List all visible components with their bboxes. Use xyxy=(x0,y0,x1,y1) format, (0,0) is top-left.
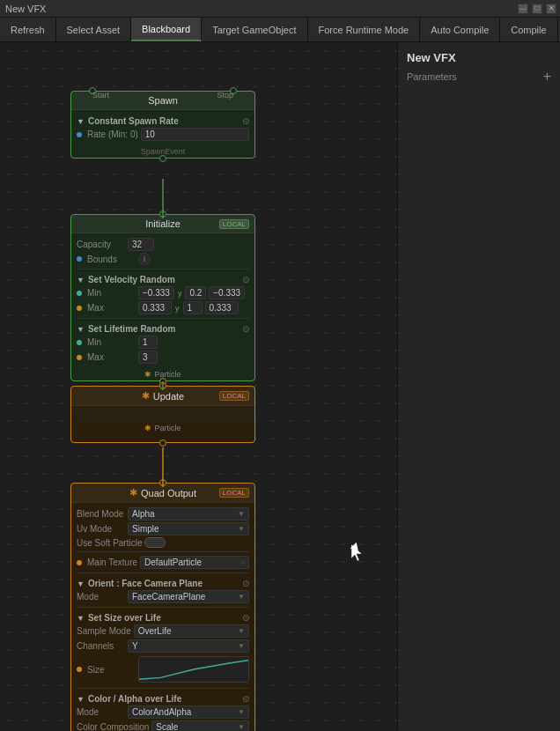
close-button[interactable]: ✕ xyxy=(546,4,556,14)
init-particle-label: Particle xyxy=(154,370,181,379)
channels-label: Channels xyxy=(77,641,125,651)
capacity-row: Capacity 32 xyxy=(77,237,249,252)
lt-min-row: Min 1 xyxy=(77,335,249,350)
parameters-label: Parameters xyxy=(407,71,457,82)
channels-dropdown[interactable]: Y ▼ xyxy=(128,639,249,653)
size-arrow: ▼ xyxy=(77,614,85,623)
initialize-node: Initialize LOCAL Capacity 32 Bounds i xyxy=(70,214,255,381)
capacity-label: Capacity xyxy=(77,240,125,249)
blend-mode-dropdown[interactable]: Alpha ▼ xyxy=(128,507,249,521)
color-mode-row: Mode ColorAndAlpha ▼ xyxy=(77,705,249,720)
right-panel-params: Parameters + xyxy=(407,70,551,84)
lt-max-label: Max xyxy=(87,352,136,362)
orient-mode-label: Mode xyxy=(77,592,125,602)
lt-min-label: Min xyxy=(87,337,136,347)
spawn-node: Spawn ▼ Constant Spawn Rate ⊙ Rate (Min:… xyxy=(70,91,255,159)
color-comp-row: Color Composition Scale ▼ xyxy=(77,720,249,731)
sample-mode-dropdown[interactable]: OverLife ▼ xyxy=(134,624,249,638)
add-parameter-button[interactable]: + xyxy=(543,70,551,84)
color-section: ▼ Color / Alpha over Life ⊙ xyxy=(77,691,249,705)
lt-min-val[interactable]: 1 xyxy=(138,336,158,349)
constant-pin-icon: ⊙ xyxy=(242,116,249,126)
color-comp-dropdown[interactable]: Scale ▼ xyxy=(151,720,249,731)
rate-dot xyxy=(77,132,82,137)
orient-mode-dropdown[interactable]: FaceCameraPlane ▼ xyxy=(128,590,249,603)
vel-max-x[interactable]: 0.333 xyxy=(138,301,172,314)
sample-mode-value: OverLife xyxy=(138,626,172,636)
divider-5 xyxy=(77,607,249,608)
vel-max-z[interactable]: 0.333 xyxy=(205,301,239,314)
sample-mode-arrow: ▼ xyxy=(238,627,245,635)
rate-value[interactable]: 10 xyxy=(141,128,249,141)
blackboard-tab[interactable]: Blackboard xyxy=(131,18,202,41)
color-label: Color / Alpha over Life xyxy=(88,694,181,704)
velocity-pin: ⊙ xyxy=(242,275,249,284)
vel-max-dot xyxy=(77,306,82,311)
force-runtime-mode-button[interactable]: Force Runtime Mode xyxy=(308,18,421,41)
bounds-dot xyxy=(77,256,82,262)
update-particle-icon: ✱ xyxy=(144,424,151,432)
size-pin: ⊙ xyxy=(242,613,249,623)
soft-particle-toggle[interactable] xyxy=(144,537,166,548)
minimize-button[interactable]: — xyxy=(518,4,528,14)
color-mode-label: Mode xyxy=(77,707,125,717)
vel-max-label: Max xyxy=(87,303,136,313)
sample-mode-row: Sample Mode OverLife ▼ xyxy=(77,624,249,639)
compile-button[interactable]: Compile xyxy=(500,18,557,41)
size-curve[interactable] xyxy=(138,656,249,683)
update-node-body xyxy=(71,406,254,422)
uv-mode-dropdown[interactable]: Simple ▼ xyxy=(128,522,249,535)
divider-6 xyxy=(77,688,249,689)
blend-mode-value: Alpha xyxy=(132,509,155,519)
auto-compile-button[interactable]: Auto Compile xyxy=(420,18,500,41)
size-curve-label: Size xyxy=(87,665,136,675)
capacity-value[interactable]: 32 xyxy=(128,238,154,251)
vel-min-row: Min −0.333 y 0.2 −0.333 xyxy=(77,285,249,300)
target-gameobject-button[interactable]: Target GameObject xyxy=(202,18,307,41)
graph-area[interactable]: Start Stop Spawn ▼ Constant Spawn Rate ⊙… xyxy=(0,42,397,731)
orient-label: Orient : Face Camera Plane xyxy=(88,579,203,588)
init-particle-icon: ✱ xyxy=(144,370,151,379)
main-texture-dropdown[interactable]: DefaultParticle ○ xyxy=(140,556,249,569)
lt-min-dot xyxy=(77,340,82,345)
quad-output-header: ✱ Quad Output LOCAL xyxy=(71,484,254,503)
maximize-button[interactable]: □ xyxy=(532,4,542,14)
bounds-info-icon[interactable]: i xyxy=(138,253,151,265)
vel-min-z[interactable]: −0.333 xyxy=(209,286,245,299)
color-mode-arrow: ▼ xyxy=(238,708,245,716)
spawn-bottom-port[interactable] xyxy=(159,155,166,162)
vel-min-x[interactable]: −0.333 xyxy=(138,286,174,299)
vel-max-y[interactable]: 1 xyxy=(183,301,203,314)
channels-arrow: ▼ xyxy=(238,642,245,650)
main-content: Start Stop Spawn ▼ Constant Spawn Rate ⊙… xyxy=(0,42,560,731)
vel-min-y[interactable]: 0.2 xyxy=(185,286,206,299)
window-controls: — □ ✕ xyxy=(518,4,556,14)
right-panel-title: New VFX xyxy=(407,51,551,64)
channels-row: Channels Y ▼ xyxy=(77,639,249,653)
lt-max-val[interactable]: 3 xyxy=(138,351,158,364)
quad-title: Quad Output xyxy=(141,488,196,498)
update-icon: ✱ xyxy=(142,390,150,402)
right-panel: New VFX Parameters + xyxy=(397,42,560,731)
lt-max-row: Max 3 xyxy=(77,350,249,365)
vel-y-label: y xyxy=(177,289,183,298)
color-mode-value: ColorAndAlpha xyxy=(132,707,191,717)
vel-max-row: Max 0.333 y 1 0.333 xyxy=(77,300,249,315)
blend-mode-arrow: ▼ xyxy=(238,510,245,518)
soft-particle-row: Use Soft Particle xyxy=(77,536,249,549)
color-mode-dropdown[interactable]: ColorAndAlpha ▼ xyxy=(128,705,249,719)
update-title: Update xyxy=(153,391,184,402)
vel-min-dot xyxy=(77,291,82,296)
velocity-label: Set Velocity Random xyxy=(88,275,175,284)
rate-row: Rate (Min: 0) 10 xyxy=(77,127,249,142)
select-asset-button[interactable]: Select Asset xyxy=(56,18,132,41)
spawn-node-body: ▼ Constant Spawn Rate ⊙ Rate (Min: 0) 10 xyxy=(71,110,254,145)
orient-section: ▼ Orient : Face Camera Plane ⊙ xyxy=(77,576,249,589)
velocity-section: ▼ Set Velocity Random ⊙ xyxy=(77,272,249,285)
toolbar: Refresh Select Asset Blackboard Target G… xyxy=(0,18,560,42)
orient-mode-row: Mode FaceCameraPlane ▼ xyxy=(77,589,249,604)
refresh-button[interactable]: Refresh xyxy=(0,18,56,41)
update-bottom-port[interactable] xyxy=(159,439,166,447)
quad-output-body: Blend Mode Alpha ▼ Uv Mode Simple ▼ xyxy=(71,503,254,731)
main-texture-row: Main Texture DefaultParticle ○ xyxy=(77,555,249,570)
